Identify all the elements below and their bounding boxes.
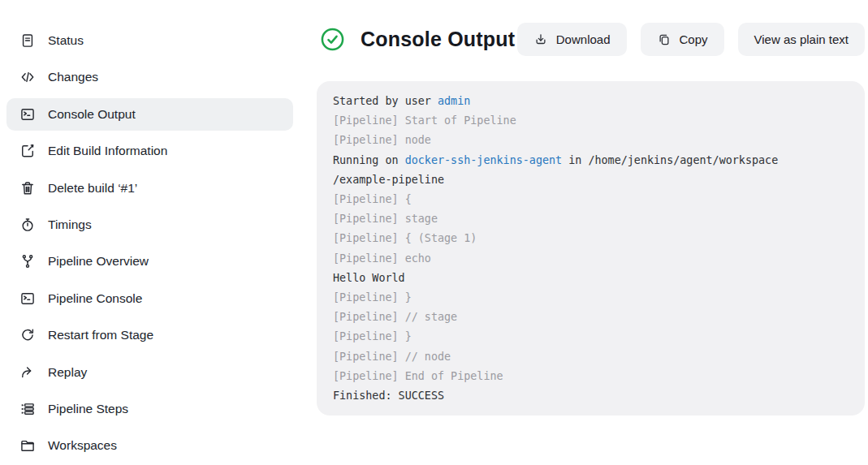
folder-icon [19,437,36,454]
steps-icon [19,401,36,417]
sidebar-item-label: Status [48,33,84,48]
console-text: [Pipeline] End of Pipeline [333,370,503,382]
console-line: [Pipeline] // stage [333,308,849,327]
console-line: [Pipeline] } [333,288,849,308]
sidebar-item-pipeline-console[interactable]: Pipeline Console [6,282,293,315]
console-text: [Pipeline] } [333,291,412,304]
sidebar-item-label: Console Output [48,107,136,122]
sidebar-item-edit-build-information[interactable]: Edit Build Information [6,135,293,167]
sidebar-item-label: Delete build ‘#1’ [48,181,137,196]
header-buttons: Download Copy View as plain text [517,23,865,56]
console-line: Finished: SUCCESS [333,386,849,406]
sidebar-item-replay[interactable]: Replay [6,356,293,389]
view-plain-text-button[interactable]: View as plain text [738,23,865,56]
console-line: [Pipeline] echo [333,249,849,269]
console-line: [Pipeline] // node [333,347,849,367]
sidebar-item-label: Pipeline Steps [48,402,128,416]
console-text: [Pipeline] Start of Pipeline [333,114,516,127]
branch-icon [19,253,36,269]
terminal-icon [19,106,36,123]
sidebar-item-workspaces[interactable]: Workspaces [6,429,293,462]
sidebar-item-label: Replay [48,365,87,380]
console-text: [Pipeline] stage [333,213,438,225]
page-title: Console Output [361,28,515,51]
console-text: Running on [333,154,405,166]
console-text: [Pipeline] { (Stage 1) [333,232,477,244]
sidebar-item-changes[interactable]: Changes [6,61,293,93]
sidebar: StatusChangesConsole OutputEdit Build In… [0,0,309,465]
stopwatch-icon [19,217,36,233]
console-line: Running on docker-ssh-jenkins-agent in /… [333,151,849,170]
console-text: in /home/jenkins/agent/workspace [562,154,778,166]
view-plain-text-label: View as plain text [754,32,849,46]
download-button[interactable]: Download [517,23,627,56]
download-button-label: Download [556,32,611,46]
console-line: [Pipeline] End of Pipeline [333,367,849,386]
console-text: Hello World [333,272,405,284]
console-line: /example-pipeline [333,170,849,190]
sidebar-item-restart-from-stage[interactable]: Restart from Stage [6,319,293,351]
console-text: [Pipeline] } [333,330,412,342]
console-line: [Pipeline] Start of Pipeline [333,111,849,131]
console-text: [Pipeline] node [333,134,431,146]
copy-button[interactable]: Copy [641,23,724,56]
sidebar-item-label: Pipeline Overview [48,254,149,269]
console-link[interactable]: docker-ssh-jenkins-agent [405,154,562,166]
restart-icon [19,327,36,343]
page-header: Console Output Download Copy View as pla… [317,23,865,56]
console-link[interactable]: admin [438,95,470,107]
console-line: Hello World [333,269,849,288]
sidebar-item-pipeline-steps[interactable]: Pipeline Steps [6,393,293,425]
sidebar-item-label: Timings [48,217,92,232]
console-line: [Pipeline] { (Stage 1) [333,229,849,248]
sidebar-item-label: Pipeline Console [48,291,142,306]
sidebar-item-pipeline-overview[interactable]: Pipeline Overview [6,245,293,278]
sidebar-item-timings[interactable]: Timings [6,209,293,241]
code-icon [19,69,36,85]
sidebar-item-console-output[interactable]: Console Output [6,98,293,131]
console-text: [Pipeline] echo [333,252,431,265]
trash-icon [19,180,36,196]
console-line: [Pipeline] { [333,190,849,209]
console-text: Started by user [333,95,438,107]
sidebar-item-label: Workspaces [48,438,117,453]
sidebar-item-label: Restart from Stage [48,328,153,342]
sidebar-item-delete-build-1[interactable]: Delete build ‘#1’ [6,172,293,205]
build-success-icon [320,27,345,52]
console-output-log: Started by user admin[Pipeline] Start of… [317,81,865,415]
copy-icon [657,32,672,47]
console-text: [Pipeline] // node [333,351,451,363]
edit-icon [19,143,36,159]
console-text: [Pipeline] { [333,193,412,205]
console-line: [Pipeline] } [333,327,849,347]
sidebar-item-label: Edit Build Information [48,144,167,158]
sidebar-item-status[interactable]: Status [6,24,293,57]
console-text: [Pipeline] // stage [333,311,457,323]
copy-button-label: Copy [680,32,708,46]
terminal-icon [19,291,36,307]
console-line: Started by user admin [333,92,849,111]
console-text: Finished: SUCCESS [333,390,444,402]
replay-icon [19,364,36,381]
console-line: [Pipeline] node [333,131,849,150]
document-icon [19,32,36,49]
sidebar-item-label: Changes [48,70,98,84]
console-text: /example-pipeline [333,174,444,186]
download-icon [533,32,548,47]
main-content: Console Output Download Copy View as pla… [309,0,868,465]
console-line: [Pipeline] stage [333,209,849,229]
